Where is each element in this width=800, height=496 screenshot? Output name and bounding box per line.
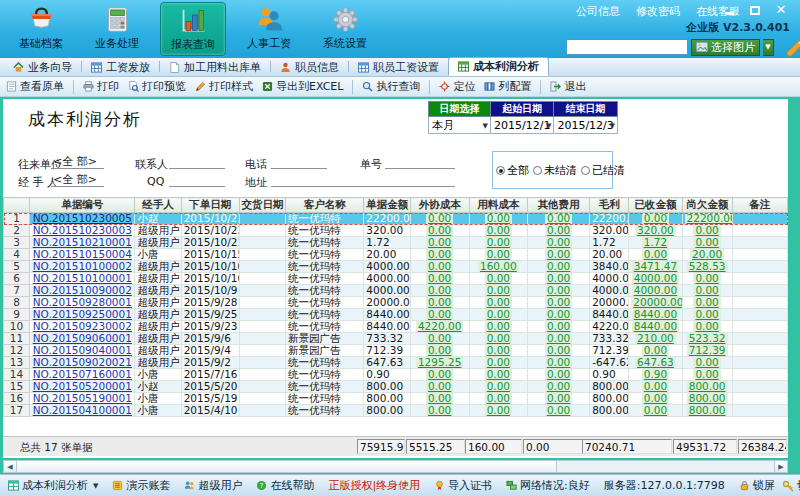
column-header[interactable]: 其他费用 xyxy=(527,198,589,213)
table-row[interactable]: 3NO.201510210001超级用户2015/10/21统一优玛特1.720… xyxy=(4,237,788,249)
radio-settled[interactable]: 已结清 xyxy=(581,163,625,178)
bill-no-link[interactable]: NO.201510100001 xyxy=(33,273,132,285)
bill-no-link[interactable]: NO.201505200001 xyxy=(33,381,132,393)
amount-link[interactable]: 0.00 xyxy=(642,381,669,393)
amount-link[interactable]: 0.00 xyxy=(693,237,720,249)
bill-no-link[interactable]: NO.201510230005 xyxy=(33,213,132,225)
amount-link[interactable]: 0.00 xyxy=(426,225,453,237)
horizontal-scrollbar[interactable]: ◀ ▶ xyxy=(3,460,788,473)
amount-link[interactable]: 0.00 xyxy=(485,393,512,405)
amount-link[interactable]: 0.00 xyxy=(426,345,453,357)
export-excel-button[interactable]: 导出到EXCEL xyxy=(262,79,343,94)
amount-link[interactable]: 20000.00 xyxy=(631,297,682,309)
account-set[interactable]: 演示账套 xyxy=(112,478,170,493)
column-header[interactable]: 已收金额 xyxy=(629,198,682,213)
bill-no-link[interactable]: NO.201510210001 xyxy=(33,237,132,249)
amount-link[interactable]: 0.00 xyxy=(545,381,572,393)
amount-link[interactable]: 800.00 xyxy=(687,381,728,393)
amount-link[interactable]: 0.00 xyxy=(642,345,669,357)
amount-link[interactable]: 0.00 xyxy=(545,297,572,309)
maximize-button[interactable] xyxy=(748,4,762,16)
table-row[interactable]: 5NO.201510100002超级用户2015/10/10统一优玛特4000.… xyxy=(4,261,788,273)
amount-link[interactable]: 4000.00 xyxy=(632,285,679,297)
end-date-select[interactable]: 2015/12/3▼ xyxy=(554,117,617,134)
amount-link[interactable]: 1295.25 xyxy=(416,357,463,369)
amount-link[interactable]: 0.00 xyxy=(545,285,572,297)
change-password-link[interactable]: 修改密码 xyxy=(636,4,680,19)
start-date-select[interactable]: 2015/12/1▼ xyxy=(491,117,554,134)
tab-business-wizard[interactable]: 业务向导 xyxy=(4,59,81,76)
amount-link[interactable]: 8440.00 xyxy=(632,309,679,321)
amount-link[interactable]: 0.00 xyxy=(642,249,669,261)
column-header[interactable]: 客户名称 xyxy=(286,198,364,213)
date-mode-select[interactable]: 本月▼ xyxy=(429,117,491,134)
qq-field[interactable] xyxy=(169,172,225,187)
amount-link[interactable]: 0.00 xyxy=(426,369,453,381)
table-row[interactable]: 1NO.201510230005小赵2015/10/23统一优玛特22200.0… xyxy=(4,213,788,225)
amount-link[interactable]: 0.00 xyxy=(545,273,572,285)
row-number-header[interactable] xyxy=(4,198,30,213)
amount-link[interactable]: 0.00 xyxy=(485,345,512,357)
amount-link[interactable]: 4000.00 xyxy=(632,273,679,285)
panel-selector[interactable]: 成本利润分析 ▼ xyxy=(8,478,98,493)
handler-field[interactable]: <全 部> xyxy=(51,172,104,187)
bill-no-link[interactable]: NO.201509250001 xyxy=(33,309,132,321)
amount-link[interactable]: 0.00 xyxy=(545,345,572,357)
tab-cost-profit-analysis[interactable]: 成本利润分析 xyxy=(448,57,549,76)
partner-field[interactable]: <全 部> xyxy=(51,154,104,169)
bill-no-link[interactable]: NO.201507160001 xyxy=(33,369,132,381)
bill-no-link[interactable]: NO.201510150004 xyxy=(33,249,132,261)
table-row[interactable]: 11NO.201509060001超级用户2015/9/6新景园广告733.32… xyxy=(4,333,788,345)
table-row[interactable]: 7NO.201510090002超级用户2015/10/9统一优玛特4000.0… xyxy=(4,285,788,297)
radio-all[interactable]: 全部 xyxy=(496,163,529,178)
amount-link[interactable]: 20.00 xyxy=(690,249,724,261)
table-row[interactable]: 12NO.201509040001超级用户2015/9/4新景园广告712.39… xyxy=(4,345,788,357)
column-header[interactable]: 备注 xyxy=(732,198,787,213)
amount-link[interactable]: 0.00 xyxy=(426,273,453,285)
amount-link[interactable]: 0.00 xyxy=(545,369,572,381)
amount-link[interactable]: 0.00 xyxy=(545,333,572,345)
table-row[interactable]: 4NO.201510150004小唐2015/10/15统一优玛特20.000.… xyxy=(4,249,788,261)
amount-link[interactable]: 3471.47 xyxy=(632,261,679,273)
amount-link[interactable]: 4220.00 xyxy=(416,321,463,333)
amount-link[interactable]: 800.00 xyxy=(687,393,728,405)
phone-field[interactable] xyxy=(271,154,327,169)
amount-link[interactable]: 0.00 xyxy=(545,321,572,333)
bill-no-link[interactable]: NO.201509280001 xyxy=(33,297,132,309)
amount-link[interactable]: 320.00 xyxy=(635,225,676,237)
amount-link[interactable]: 0.00 xyxy=(485,321,512,333)
amount-link[interactable]: 1.72 xyxy=(642,237,669,249)
amount-link[interactable]: 0.00 xyxy=(485,213,512,225)
amount-link[interactable]: 0.00 xyxy=(642,405,669,417)
column-header[interactable]: 经手人 xyxy=(135,198,181,213)
amount-link[interactable]: 0.00 xyxy=(545,309,572,321)
amount-link[interactable]: 0.00 xyxy=(545,261,572,273)
amount-link[interactable]: 0.00 xyxy=(485,285,512,297)
amount-link[interactable]: 0.00 xyxy=(693,309,720,321)
amount-link[interactable]: 8440.00 xyxy=(632,321,679,333)
table-row[interactable]: 8NO.201509280001超级用户2015/9/28统一优玛特20000.… xyxy=(4,297,788,309)
tab-material-outbound[interactable]: 加工用料出库单 xyxy=(160,59,270,76)
amount-link[interactable]: 712.39 xyxy=(687,345,728,357)
table-row[interactable]: 10NO.201509230002超级用户2015/9/23统一优玛特8440.… xyxy=(4,321,788,333)
table-row[interactable]: 2NO.201510230003超级用户2015/10/23统一优玛特320.0… xyxy=(4,225,788,237)
amount-link[interactable]: 0.00 xyxy=(693,285,720,297)
company-info-link[interactable]: 公司信息 xyxy=(576,4,620,19)
amount-link[interactable]: 0.00 xyxy=(485,405,512,417)
bill-no-link[interactable]: NO.201510100002 xyxy=(33,261,132,273)
amount-link[interactable]: 0.00 xyxy=(426,393,453,405)
minimize-button[interactable] xyxy=(722,4,736,16)
tab-employee-info[interactable]: 职员信息 xyxy=(271,59,348,76)
bill-no-link[interactable]: NO.201509020021 xyxy=(33,357,132,369)
import-certificate[interactable]: 导入证书 xyxy=(434,478,492,493)
module-business-process[interactable]: 业务处理 xyxy=(84,2,150,56)
current-user[interactable]: 超级用户 xyxy=(184,478,242,493)
bill-no-link[interactable]: NO.201504100001 xyxy=(33,405,132,417)
bill-no-link[interactable]: NO.201505190001 xyxy=(33,393,132,405)
amount-link[interactable]: 22200.00 xyxy=(685,213,733,225)
amount-link[interactable]: 0.00 xyxy=(485,297,512,309)
amount-link[interactable]: 160.00 xyxy=(478,261,519,273)
amount-link[interactable]: 0.00 xyxy=(426,333,453,345)
bill-no-link[interactable]: NO.201509040001 xyxy=(33,345,132,357)
amount-link[interactable]: 0.00 xyxy=(693,357,720,369)
